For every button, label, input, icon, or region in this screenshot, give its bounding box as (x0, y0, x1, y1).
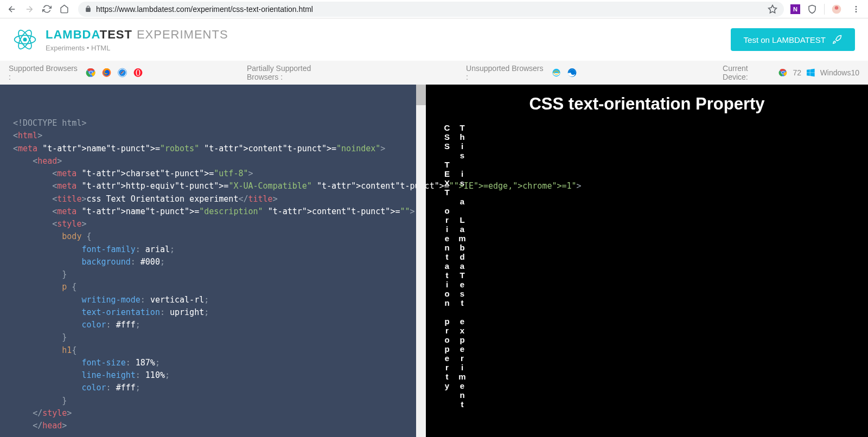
rocket-icon (832, 35, 842, 44)
chrome-icon (86, 67, 96, 78)
forward-button[interactable] (22, 2, 37, 17)
home-button[interactable] (56, 2, 72, 17)
ext-shield-icon[interactable] (807, 4, 818, 15)
svg-point-5 (856, 11, 857, 12)
logo[interactable]: LAMBDATESTEXPERIMENTS Experiments • HTML (13, 28, 228, 52)
ext-onenote-icon[interactable]: N (790, 4, 800, 14)
svg-point-19 (137, 69, 139, 75)
extensions-area: N (790, 2, 864, 17)
star-icon[interactable] (768, 4, 777, 14)
page-header: LAMBDATESTEXPERIMENTS Experiments • HTML… (0, 18, 868, 61)
menu-icon[interactable] (848, 2, 864, 17)
svg-marker-0 (769, 5, 777, 12)
preview-title: CSS text-orientation Property (439, 94, 855, 114)
back-button[interactable] (4, 2, 20, 17)
partial-browsers: Partially Supported Browsers : (247, 64, 347, 81)
browser-chrome: https://www.lambdatest.com/experiment/cs… (0, 0, 868, 18)
vertical-text-col1: CSS TEXT orientation property (443, 124, 451, 409)
lock-icon (85, 5, 92, 12)
supported-browsers: Supported Browsers : (9, 64, 143, 81)
atom-icon (13, 28, 37, 52)
svg-point-9 (23, 38, 26, 41)
browser-support-strip: Supported Browsers : Partially Supported… (0, 61, 868, 85)
edge-icon (567, 67, 577, 78)
avatar-icon[interactable] (831, 4, 842, 15)
safari-icon (117, 67, 127, 78)
divider (824, 4, 825, 15)
svg-point-3 (856, 6, 857, 8)
reload-button[interactable] (39, 2, 54, 17)
vertical-text-col2: This is a LambdaTest experiment (458, 124, 466, 409)
chrome-icon (778, 68, 787, 78)
main-panes: <!DOCTYPE html><html><meta "t-attr">name… (0, 85, 868, 437)
opera-icon (133, 67, 143, 78)
unsupported-browsers: Unsupported Browsers : (466, 64, 577, 81)
brand-title: LAMBDATESTEXPERIMENTS (46, 28, 228, 42)
breadcrumb: Experiments • HTML (46, 44, 228, 52)
url-text: https://www.lambdatest.com/experiment/cs… (96, 5, 313, 14)
current-device: Current Device: 72 Windows10 (723, 64, 859, 81)
scrollbar[interactable] (416, 85, 426, 437)
svg-point-2 (835, 6, 839, 10)
preview-pane: CSS text-orientation Property CSS TEXT o… (426, 85, 868, 437)
ie-icon (551, 67, 561, 78)
windows-icon (807, 68, 815, 77)
test-on-lambdatest-button[interactable]: Test on LAMBDATEST (731, 28, 855, 51)
firefox-icon (101, 67, 112, 78)
scrollbar-thumb[interactable] (416, 85, 426, 105)
svg-point-4 (856, 8, 857, 10)
code-pane[interactable]: <!DOCTYPE html><html><meta "t-attr">name… (0, 85, 426, 437)
code-content: <!DOCTYPE html><html><meta "t-attr">name… (0, 85, 426, 437)
address-bar[interactable]: https://www.lambdatest.com/experiment/cs… (78, 2, 784, 17)
